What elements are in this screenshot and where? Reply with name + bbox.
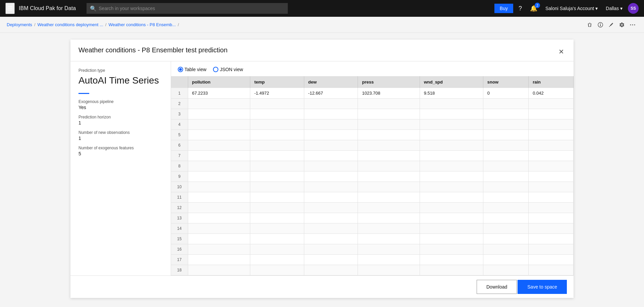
cell-press — [358, 109, 420, 119]
cell-press — [358, 203, 420, 213]
cell-snow — [483, 203, 528, 213]
cell-row-num: 4 — [171, 119, 188, 130]
cell-row-num: 18 — [171, 265, 188, 275]
cell-snow — [483, 192, 528, 203]
col-header-index — [171, 76, 188, 88]
cell-temp — [250, 192, 304, 203]
cell-snow — [483, 244, 528, 255]
cell-wnd_spd — [420, 192, 483, 203]
cell-dew — [304, 223, 358, 234]
cell-rain — [529, 99, 574, 109]
cell-row-num: 12 — [171, 203, 188, 213]
cell-temp — [250, 140, 304, 151]
cell-pollution — [188, 244, 250, 255]
cell-row-num: 14 — [171, 223, 188, 234]
info-button[interactable] — [596, 20, 605, 30]
cell-dew — [304, 265, 358, 275]
exogenous-features-label: Number of exogenous features — [78, 146, 163, 150]
table-view-label: Table view — [184, 67, 206, 72]
cell-rain — [529, 234, 574, 244]
cell-temp — [250, 171, 304, 182]
cell-row-num: 13 — [171, 213, 188, 223]
cell-press — [358, 140, 420, 151]
cell-wnd_spd: 9.518 — [420, 88, 483, 99]
cell-temp — [250, 255, 304, 265]
main-content: Weather conditions - P8 Ensembler test p… — [0, 33, 644, 306]
breadcrumb-deployments[interactable]: Deployments — [7, 22, 32, 27]
share-button[interactable] — [606, 20, 616, 30]
user-account-label: Saloni Saluja's Account — [545, 6, 594, 11]
cell-dew — [304, 255, 358, 265]
table-row: 11 — [171, 192, 574, 203]
cell-temp — [250, 203, 304, 213]
delete-button[interactable] — [585, 20, 594, 30]
breadcrumb-weather-deployment[interactable]: Weather conditions deployment ... — [38, 22, 103, 27]
cell-rain — [529, 213, 574, 223]
search-input[interactable] — [87, 3, 288, 14]
user-account-menu[interactable]: Saloni Saluja's Account ▾ — [543, 4, 600, 12]
region-menu[interactable]: Dallas ▾ — [603, 4, 625, 12]
save-to-space-button[interactable]: Save to space — [518, 280, 567, 294]
cell-wnd_spd — [420, 213, 483, 223]
cell-temp — [250, 265, 304, 275]
hamburger-menu[interactable]: ☰ — [5, 3, 15, 14]
cell-dew — [304, 99, 358, 109]
avatar[interactable]: SS — [628, 3, 639, 14]
cell-pollution — [188, 223, 250, 234]
cell-pollution — [188, 109, 250, 119]
cell-wnd_spd — [420, 140, 483, 151]
json-view-radio[interactable] — [213, 67, 218, 72]
cell-temp — [250, 234, 304, 244]
cell-press — [358, 255, 420, 265]
cell-pollution — [188, 99, 250, 109]
cell-temp — [250, 99, 304, 109]
table-view-radio[interactable] — [178, 67, 183, 72]
view-toggle: Table view JSON view — [171, 67, 574, 76]
breadcrumb-sep-2: / — [105, 22, 107, 27]
download-button[interactable]: Download — [477, 280, 517, 294]
cell-wnd_spd — [420, 171, 483, 182]
json-view-option[interactable]: JSON view — [213, 67, 243, 72]
help-button[interactable]: ? — [516, 4, 525, 13]
cell-rain — [529, 171, 574, 182]
cell-snow — [483, 119, 528, 130]
breadcrumb-current[interactable]: Weather conditions - P8 Ensemb... — [108, 22, 176, 27]
more-options-button[interactable] — [628, 20, 637, 30]
cell-row-num: 7 — [171, 151, 188, 161]
region-label: Dallas — [606, 6, 619, 11]
cell-snow — [483, 161, 528, 171]
cell-press — [358, 130, 420, 140]
nav-right: Buy ? 🔔 2 Saloni Saluja's Account ▾ Dall… — [494, 3, 639, 14]
cell-dew — [304, 119, 358, 130]
cell-rain — [529, 161, 574, 171]
cell-pollution — [188, 192, 250, 203]
cell-row-num: 8 — [171, 161, 188, 171]
cell-rain — [529, 119, 574, 130]
cell-dew — [304, 109, 358, 119]
cell-dew: -12.667 — [304, 88, 358, 99]
new-observations-label: Number of new observations — [78, 130, 163, 135]
cell-press — [358, 151, 420, 161]
cell-temp — [250, 213, 304, 223]
table-row: 12 — [171, 203, 574, 213]
table-row: 7 — [171, 151, 574, 161]
cell-wnd_spd — [420, 223, 483, 234]
col-header-rain: rain — [529, 76, 574, 88]
cell-pollution: 67.2233 — [188, 88, 250, 99]
cell-dew — [304, 171, 358, 182]
modal-close-button[interactable]: ✕ — [557, 46, 566, 57]
cell-snow — [483, 234, 528, 244]
exogenous-pipeline-value: Yes — [78, 105, 163, 110]
table-row: 2 — [171, 99, 574, 109]
cell-snow — [483, 255, 528, 265]
table-view-option[interactable]: Table view — [178, 67, 206, 72]
cell-rain — [529, 223, 574, 234]
cell-press — [358, 119, 420, 130]
settings-button[interactable] — [617, 20, 627, 30]
notifications-button[interactable]: 🔔 2 — [527, 3, 540, 13]
cell-press — [358, 192, 420, 203]
prediction-type-label: Prediction type — [78, 68, 163, 73]
buy-button[interactable]: Buy — [494, 4, 513, 13]
table-row: 14 — [171, 223, 574, 234]
cell-wnd_spd — [420, 234, 483, 244]
